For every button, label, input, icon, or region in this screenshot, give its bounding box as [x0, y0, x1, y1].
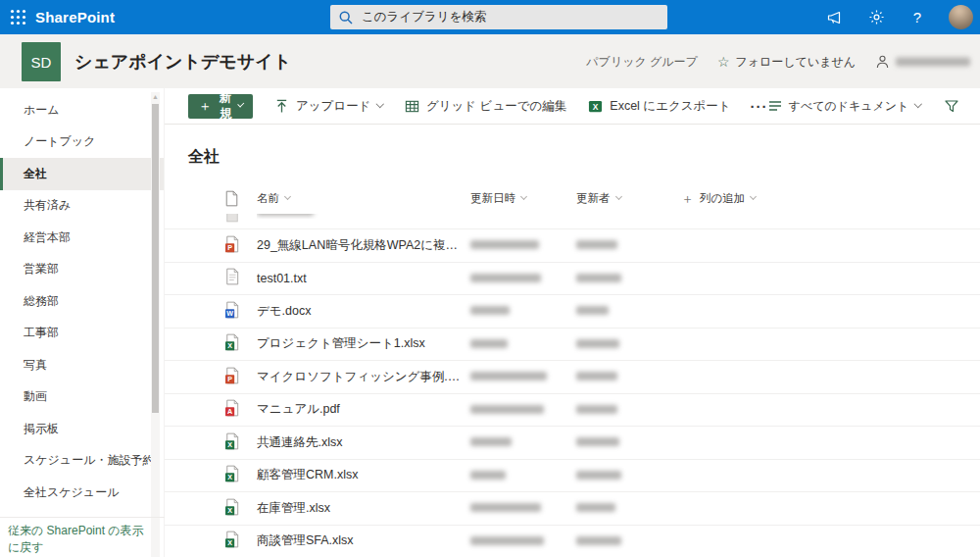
modified-date-redacted	[470, 274, 541, 282]
scroll-up-icon[interactable]: ▲	[152, 92, 159, 102]
sidebar-scrollbar[interactable]: ▲ ▼	[151, 92, 160, 557]
search-placeholder: このライブラリを検索	[362, 9, 486, 25]
sidebar-item-全社[interactable]: 全社	[0, 158, 164, 190]
file-row[interactable]: X顧客管理CRM.xlsx	[165, 460, 980, 493]
cut-file-icon	[225, 214, 239, 226]
column-header-name[interactable]: 名前	[257, 191, 470, 206]
user-avatar[interactable]	[949, 5, 973, 29]
modified-by-redacted	[576, 274, 621, 282]
new-button[interactable]: ＋ 新規	[188, 94, 253, 119]
file-name[interactable]: 顧客管理CRM.xlsx	[257, 467, 470, 483]
upload-button[interactable]: アップロード	[274, 98, 383, 115]
sidebar-item-写真[interactable]: 写真	[0, 349, 164, 381]
scrollbar-thumb[interactable]	[152, 104, 159, 413]
export-excel-button[interactable]: X Excel にエクスポート	[588, 98, 730, 115]
file-row[interactable]: Aマニュアル.pdf	[165, 394, 980, 428]
settings-gear-icon[interactable]	[866, 8, 886, 27]
site-header: SD シェアポイントデモサイト パブリック グループ ☆ フォローしていません	[0, 34, 980, 88]
site-logo[interactable]: SD	[22, 42, 61, 81]
classic-sharepoint-link[interactable]: 従来の SharePoint の表示に戻す	[0, 517, 165, 557]
file-row[interactable]	[165, 214, 980, 229]
follow-button[interactable]: ☆ フォローしていません	[717, 53, 856, 70]
file-row[interactable]: Xプロジェクト管理シート1.xlsx	[165, 329, 980, 362]
follow-label: フォローしていません	[735, 53, 856, 70]
sidebar-item-共有済み[interactable]: 共有済み	[0, 190, 164, 223]
modified-date-redacted	[470, 372, 547, 380]
more-commands-button[interactable]: ···	[751, 98, 768, 115]
xlsx-file-icon: X	[225, 465, 239, 485]
sidebar-item-スケジュール・施設予約[interactable]: スケジュール・施設予約	[0, 445, 164, 478]
file-row[interactable]: P29_無線LAN暗号化規格WPA2に複数の脆弱...	[165, 229, 980, 263]
modified-date-redacted	[470, 405, 544, 414]
modified-by-redacted	[576, 240, 617, 249]
txt-file-icon	[225, 268, 239, 288]
sidebar-item-営業部[interactable]: 営業部	[0, 254, 164, 286]
file-row[interactable]: X商談管理SFA.xlsx	[165, 526, 980, 557]
file-type-column-icon[interactable]	[225, 190, 257, 207]
file-name[interactable]: 在庫管理.xlsx	[257, 500, 470, 517]
page-title: 全社	[188, 147, 980, 168]
view-selector[interactable]: すべてのドキュメント	[768, 98, 921, 115]
file-row[interactable]: test01.txt	[165, 263, 980, 296]
modified-by-redacted	[576, 306, 609, 315]
column-header-modified[interactable]: 更新日時	[470, 191, 576, 206]
upload-icon	[274, 99, 289, 114]
content-area: ＋ 新規 アップロード グリッド ビューでの編集	[165, 88, 980, 557]
xlsx-file-icon: X	[225, 531, 239, 551]
members-button[interactable]	[875, 54, 970, 69]
modified-by-redacted	[576, 437, 619, 446]
modified-date-redacted	[470, 471, 506, 480]
sidebar-item-経営本部[interactable]: 経営本部	[0, 222, 164, 254]
svg-text:X: X	[227, 540, 232, 548]
svg-text:X: X	[593, 101, 599, 111]
pptx-file-icon: P	[225, 367, 239, 387]
grid-view-edit-button[interactable]: グリッド ビューでの編集	[405, 98, 566, 115]
svg-text:P: P	[227, 376, 232, 383]
sidebar-item-全社スケジュール[interactable]: 全社スケジュール	[0, 477, 164, 509]
sidebar-nav: ホームノートブック全社共有済み経営本部営業部総務部工事部写真動画掲示板スケジュー…	[0, 88, 164, 509]
sidebar-item-動画[interactable]: 動画	[0, 381, 164, 414]
file-name[interactable]: 共通連絡先.xlsx	[257, 434, 470, 451]
file-name[interactable]: マイクロソフトフィッシング事例.pptx	[257, 369, 470, 385]
file-name[interactable]: デモ.docx	[257, 303, 470, 320]
sidebar-item-ノートブック[interactable]: ノートブック	[0, 127, 164, 159]
chevron-down-icon	[376, 100, 384, 108]
star-icon: ☆	[717, 55, 730, 69]
file-row[interactable]: X在庫管理.xlsx	[165, 492, 980, 526]
xlsx-file-icon: X	[225, 333, 239, 354]
grid-icon	[405, 99, 419, 114]
modified-by-redacted	[576, 471, 621, 480]
svg-text:A: A	[227, 409, 232, 417]
modified-by-redacted	[576, 339, 619, 348]
file-name[interactable]: test01.txt	[257, 272, 470, 285]
sidebar-item-総務部[interactable]: 総務部	[0, 285, 164, 318]
person-icon	[875, 54, 890, 69]
sidebar-item-工事部[interactable]: 工事部	[0, 318, 164, 350]
modified-date-redacted	[470, 240, 539, 249]
file-name[interactable]: プロジェクト管理シート1.xlsx	[257, 335, 470, 352]
modified-date-redacted	[470, 339, 508, 348]
sidebar-item-掲示板[interactable]: 掲示板	[0, 413, 164, 445]
file-row[interactable]: Wデモ.docx	[165, 295, 980, 329]
modified-date-redacted	[470, 437, 512, 446]
file-name-redacted	[257, 214, 314, 216]
site-title[interactable]: シェアポイントデモサイト	[74, 50, 291, 74]
file-name[interactable]: 29_無線LAN暗号化規格WPA2に複数の脆弱...	[257, 237, 470, 254]
file-row[interactable]: X共通連絡先.xlsx	[165, 427, 980, 460]
file-name[interactable]: 商談管理SFA.xlsx	[257, 532, 470, 549]
sidebar-item-ホーム[interactable]: ホーム	[0, 94, 164, 127]
add-column-button[interactable]: ＋ 列の追加	[681, 191, 980, 206]
xlsx-file-icon: X	[225, 498, 239, 519]
brand-label[interactable]: SharePoint	[35, 9, 115, 25]
filter-funnel-icon[interactable]	[941, 95, 962, 117]
file-name[interactable]	[257, 214, 470, 219]
search-input[interactable]: このライブラリを検索	[330, 5, 667, 29]
help-icon[interactable]: ?	[907, 8, 927, 27]
file-row[interactable]: Pマイクロソフトフィッシング事例.pptx	[165, 361, 980, 394]
app-launcher-icon[interactable]	[0, 0, 35, 34]
file-name[interactable]: マニュアル.pdf	[257, 401, 470, 418]
chevron-down-icon	[238, 101, 244, 107]
column-header-modified-by[interactable]: 更新者	[576, 191, 681, 206]
megaphone-icon[interactable]	[825, 8, 845, 27]
modified-date-redacted	[470, 503, 541, 512]
